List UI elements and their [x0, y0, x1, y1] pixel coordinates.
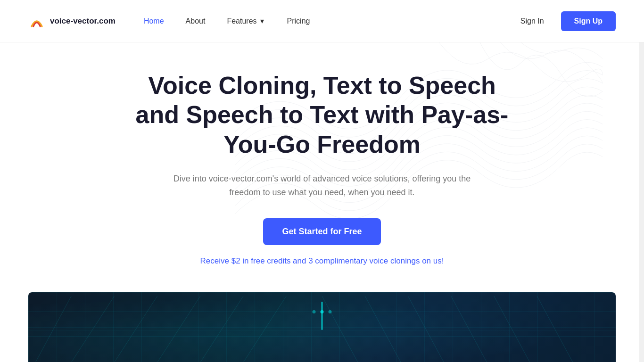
nav-link-features[interactable]: Features ▾ [217, 13, 274, 29]
hero-promo-text: Receive $2 in free credits and 3 complim… [200, 256, 444, 265]
chevron-down-icon: ▾ [259, 18, 265, 25]
hero-video-section: 01738277 [28, 292, 616, 362]
svg-line-5 [235, 296, 286, 362]
nav-link-about[interactable]: About [176, 13, 215, 29]
scrollbar[interactable] [639, 0, 644, 362]
circuit-svg-right [322, 292, 616, 362]
hero-subtitle: Dive into voice-vector.com's world of ad… [162, 172, 482, 199]
svg-line-8 [408, 296, 451, 362]
hero-section: .wave-line { fill: none; stroke: #c8cdd6… [0, 42, 644, 288]
cta-button[interactable]: Get Started for Free [263, 218, 380, 245]
svg-line-10 [494, 296, 537, 362]
sign-in-button[interactable]: Sign In [513, 13, 552, 29]
nav-links: Home About Features ▾ Pricing [134, 13, 320, 29]
nav-link-pricing[interactable]: Pricing [278, 13, 320, 29]
nav-left: voice-vector.com Home About Features ▾ P… [28, 13, 319, 30]
svg-line-6 [322, 296, 365, 362]
hero-title: Voice Cloning, Text to Speech and Speech… [129, 71, 515, 159]
svg-line-0 [28, 296, 71, 362]
dot-1 [313, 310, 316, 313]
logo-wrapper[interactable]: voice-vector.com [28, 13, 116, 30]
logo-text: voice-vector.com [50, 16, 116, 26]
nav-link-home[interactable]: Home [134, 13, 173, 29]
nav-right: Sign In Sign Up [513, 11, 616, 31]
svg-line-2 [106, 296, 157, 362]
svg-line-7 [365, 296, 408, 362]
circuit-svg-left [28, 292, 322, 362]
hero-content: Voice Cloning, Text to Speech and Speech… [129, 71, 515, 266]
sign-up-button[interactable]: Sign Up [561, 11, 616, 31]
logo-icon [28, 13, 45, 30]
svg-line-4 [192, 296, 243, 362]
svg-line-11 [537, 296, 580, 362]
features-label: Features [227, 17, 256, 25]
svg-line-1 [63, 296, 114, 362]
navbar: voice-vector.com Home About Features ▾ P… [0, 0, 644, 42]
svg-line-9 [451, 296, 494, 362]
svg-line-3 [149, 296, 200, 362]
